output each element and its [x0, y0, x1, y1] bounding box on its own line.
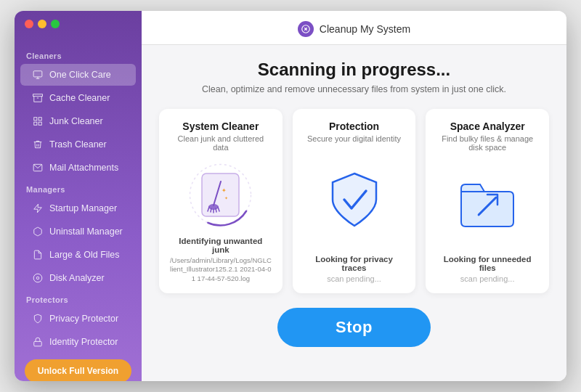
package-icon [32, 226, 44, 237]
sidebar-item-privacy-protector[interactable]: Privacy Protector [20, 308, 136, 330]
sidebar-item-label: Junk Cleaner [49, 116, 103, 126]
svg-marker-10 [34, 204, 42, 213]
protection-illustration [328, 152, 381, 248]
svg-text:✦: ✦ [222, 187, 227, 194]
minimize-button[interactable] [38, 20, 46, 28]
file-icon [32, 249, 44, 261]
main-content-area: Cleanup My System Scanning in progress..… [142, 11, 566, 381]
card-pending-protection: scan pending... [327, 274, 381, 283]
card-title-protection: Protection [329, 121, 379, 132]
protection-card: Protection Secure your digital identity … [293, 109, 416, 293]
system-cleaner-illustration: ✦ ✦ [186, 160, 255, 229]
svg-rect-6 [38, 118, 41, 121]
sidebar-item-label: Identity Protector [49, 337, 118, 347]
close-button[interactable] [25, 20, 33, 28]
mail-icon [32, 162, 44, 173]
space-analyzer-illustration [458, 160, 516, 248]
sidebar-item-uninstall-manager[interactable]: Uninstall Manager [20, 221, 136, 242]
sidebar-item-label: One Click Care [49, 70, 111, 80]
sidebar-section-cleaners: Cleaners [15, 46, 142, 63]
sidebar-item-label: Large & Old Files [49, 250, 120, 260]
card-subtitle-space-analyzer: Find bulky files & manage disk space [436, 134, 539, 152]
sidebar-section-managers: Managers [15, 179, 142, 197]
main-content: Scanning in progress... Clean, optimize … [142, 45, 566, 381]
sidebar-item-label: Trash Cleaner [49, 139, 107, 150]
sidebar-item-mail-attachments[interactable]: Mail Attachments [20, 157, 136, 179]
zap-icon [32, 203, 44, 214]
sidebar-item-label: Privacy Protector [49, 314, 118, 324]
sidebar-item-identity-protector[interactable]: Identity Protector [20, 331, 136, 353]
svg-point-12 [36, 277, 39, 279]
unlock-full-version-button[interactable]: Unlock Full Version [25, 359, 131, 381]
sidebar-item-disk-analyzer[interactable]: Disk Analyzer [20, 267, 136, 289]
card-subtitle-system-cleaner: Clean junk and cluttered data [169, 134, 272, 152]
shield-icon [32, 313, 44, 324]
svg-line-21 [211, 208, 211, 212]
card-title-system-cleaner: System Cleaner [182, 121, 259, 132]
trash-icon [32, 139, 44, 150]
sidebar-item-large-old-files[interactable]: Large & Old Files [20, 244, 136, 266]
grid-icon [32, 115, 44, 127]
maximize-button[interactable] [51, 20, 60, 28]
sidebar-item-label: Cache Cleaner [49, 93, 110, 103]
scan-subheading: Clean, optimize and remove unnecessary f… [202, 84, 506, 94]
disc-icon [32, 272, 44, 284]
sidebar-item-label: Uninstall Manager [49, 226, 123, 237]
sidebar-item-trash-cleaner[interactable]: Trash Cleaner [20, 134, 136, 155]
svg-rect-17 [202, 173, 239, 216]
card-pending-space-analyzer: scan pending... [460, 274, 515, 283]
space-analyzer-card: Space Analyzer Find bulky files & manage… [426, 109, 549, 293]
card-status-protection: Looking for privacy traces [303, 255, 406, 272]
svg-point-11 [33, 274, 42, 282]
app-title: Cleanup My System [320, 23, 410, 35]
system-cleaner-card: System Cleaner Clean junk and cluttered … [159, 109, 283, 293]
card-status-space-analyzer: Looking for unneeded files [436, 255, 539, 272]
svg-line-23 [216, 208, 216, 212]
sidebar-item-label: Disk Analyzer [49, 273, 105, 283]
svg-rect-0 [33, 71, 42, 77]
cards-row: System Cleaner Clean junk and cluttered … [159, 109, 549, 293]
lock-icon [32, 336, 44, 348]
sidebar: Cleaners One Click Care Cache Cleaner Ju… [15, 11, 142, 381]
sidebar-item-startup-manager[interactable]: Startup Manager [20, 197, 136, 219]
app-logo [298, 21, 314, 37]
card-file-system-cleaner: /Users/admin/Library/Logs/NGLClient_Illu… [169, 256, 272, 283]
sidebar-section-protectors: Protectors [15, 290, 142, 307]
scan-heading: Scanning in progress... [258, 60, 450, 80]
box-icon [32, 92, 44, 104]
sidebar-item-junk-cleaner[interactable]: Junk Cleaner [20, 110, 136, 132]
monitor-icon [32, 69, 44, 81]
svg-rect-13 [34, 341, 42, 346]
sidebar-item-cache-cleaner[interactable]: Cache Cleaner [20, 87, 136, 109]
sidebar-item-label: Startup Manager [49, 203, 117, 213]
svg-rect-5 [34, 118, 37, 121]
svg-rect-7 [38, 122, 41, 125]
main-window: Cleaners One Click Care Cache Cleaner Ju… [15, 11, 566, 381]
svg-rect-3 [33, 94, 43, 97]
stop-button[interactable]: Stop [277, 308, 431, 347]
sidebar-item-one-click-care[interactable]: One Click Care [20, 64, 136, 86]
sidebar-item-label: Mail Attachments [49, 163, 118, 173]
svg-text:✦: ✦ [224, 196, 228, 200]
card-subtitle-protection: Secure your digital identity [307, 134, 401, 143]
traffic-lights [25, 20, 60, 28]
card-status-system-cleaner: Identifying unwanted junk [169, 237, 272, 254]
app-header: Cleanup My System [142, 11, 566, 45]
card-title-space-analyzer: Space Analyzer [450, 121, 525, 132]
svg-rect-8 [34, 122, 37, 125]
